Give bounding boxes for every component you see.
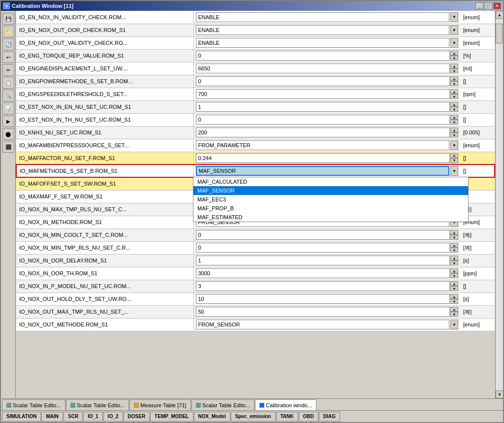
spinner-up-button[interactable]: ▲: [450, 307, 458, 312]
row-value-cell[interactable]: ENABLE▼: [193, 11, 460, 24]
dropdown-arrow-icon[interactable]: ▼: [450, 12, 458, 22]
row-value-cell[interactable]: 1▲▼: [193, 100, 460, 113]
row-value-cell[interactable]: 10▲▼: [193, 293, 460, 305]
spinner-input[interactable]: 3: [196, 281, 450, 291]
row-value-cell[interactable]: 700▲▼: [193, 88, 460, 100]
spinner-input[interactable]: 200: [196, 128, 450, 137]
dropdown-arrow-icon[interactable]: ▼: [450, 25, 458, 35]
spinner-up-button[interactable]: ▲: [450, 268, 458, 273]
spinner-down-button[interactable]: ▼: [450, 312, 458, 317]
tab-scalar-2[interactable]: Scalar Table Edito...: [66, 399, 129, 410]
toolbar-refresh-btn[interactable]: 🔄: [2, 38, 14, 50]
row-value-cell[interactable]: 0▲▼: [193, 113, 460, 126]
spinner-up-button[interactable]: ▲: [450, 153, 458, 158]
row-value-cell[interactable]: 0▲▼: [193, 75, 460, 88]
spinner-up-button[interactable]: ▲: [450, 64, 458, 68]
spinner-down-button[interactable]: ▼: [450, 248, 458, 253]
dropdown-arrow-icon[interactable]: ▼: [450, 140, 458, 150]
toolbar-edit-btn[interactable]: ✏: [2, 64, 14, 76]
row-value-cell[interactable]: 0▲▼: [193, 241, 460, 254]
scroll-track[interactable]: [496, 19, 503, 390]
tab-measure[interactable]: Measure Table [71]: [129, 399, 190, 410]
dropdown-option-maf-sensor[interactable]: MAF_SENSOR: [193, 186, 468, 195]
nav-nox-model[interactable]: NOX_Model: [194, 412, 230, 422]
spinner-up-button[interactable]: ▲: [450, 256, 458, 260]
spinner-input[interactable]: 700: [196, 89, 450, 99]
toolbar-save-btn[interactable]: 💾: [2, 13, 14, 25]
tab-calibration[interactable]: Calibration windo...: [255, 399, 316, 410]
nav-tank[interactable]: TANK: [276, 412, 298, 422]
spinner-down-button[interactable]: ▼: [450, 260, 458, 265]
spinner-input[interactable]: 50: [196, 307, 450, 317]
spinner-up-button[interactable]: ▲: [450, 89, 458, 94]
spinner-input[interactable]: 0: [196, 76, 450, 86]
toolbar-chart-btn[interactable]: 📊: [2, 102, 14, 114]
spinner-down-button[interactable]: ▼: [450, 132, 458, 137]
spinner-up-button[interactable]: ▲: [450, 51, 458, 56]
dropdown-option-maf-estimated[interactable]: MAF_ESTIMATED: [193, 213, 468, 222]
row-value-cell[interactable]: ENABLE▼: [193, 24, 460, 36]
row-value-cell[interactable]: FROM_SENSOR▼: [193, 318, 460, 331]
dropdown-value-open[interactable]: MAF_SENSOR: [196, 166, 450, 176]
spinner-down-button[interactable]: ▼: [450, 273, 458, 278]
tab-scalar-1[interactable]: Scalar Table Edito...: [2, 399, 65, 410]
spinner-input[interactable]: 10: [196, 294, 450, 304]
spinner-down-button[interactable]: ▼: [450, 286, 458, 291]
dropdown-option-maf-prop-b[interactable]: MAF_PROP_B: [193, 204, 468, 213]
nav-scr[interactable]: SCR: [63, 412, 83, 422]
dropdown-arrow-icon[interactable]: ▼: [450, 38, 458, 48]
dropdown-option-maf-calculated[interactable]: MAF_CALCULATED: [193, 177, 468, 186]
spinner-up-button[interactable]: ▲: [450, 230, 458, 235]
dropdown-arrow-icon[interactable]: ▼: [450, 320, 458, 329]
row-value-cell[interactable]: ENABLE▼: [193, 36, 460, 49]
row-value-cell[interactable]: 0▲▼: [193, 49, 460, 62]
spinner-down-button[interactable]: ▼: [450, 56, 458, 61]
toolbar-stop-btn[interactable]: ⬛: [2, 141, 14, 153]
dropdown-value[interactable]: FROM_SENSOR: [196, 320, 450, 329]
nav-temp-model[interactable]: TEMP_MODEL: [150, 412, 193, 422]
spinner-input[interactable]: 0: [196, 115, 450, 125]
maximize-button[interactable]: □: [484, 2, 492, 9]
toolbar-copy-btn[interactable]: 📋: [2, 77, 14, 89]
spinner-up-button[interactable]: ▲: [450, 128, 458, 132]
toolbar-open-btn[interactable]: 📁: [2, 26, 14, 37]
spinner-down-button[interactable]: ▼: [450, 235, 458, 240]
scroll-down-button[interactable]: ▼: [496, 390, 503, 398]
spinner-down-button[interactable]: ▼: [450, 81, 458, 86]
spinner-down-button[interactable]: ▼: [450, 94, 458, 99]
spinner-input[interactable]: 0: [196, 51, 450, 61]
tab-scalar-3[interactable]: Scalar Table Edito...: [191, 399, 255, 410]
toolbar-play-btn[interactable]: ▶: [2, 115, 14, 127]
spinner-down-button[interactable]: ▼: [450, 299, 458, 304]
nav-obd[interactable]: OBD: [299, 412, 318, 422]
dropdown-value[interactable]: ENABLE: [196, 25, 450, 35]
spinner-up-button[interactable]: ▲: [450, 76, 458, 81]
spinner-input[interactable]: 0: [196, 243, 450, 253]
nav-diag[interactable]: DIAG: [319, 412, 340, 422]
dropdown-option-maf-eec3[interactable]: MAF_EEC3: [193, 195, 468, 204]
spinner-down-button[interactable]: ▼: [450, 68, 458, 73]
spinner-input[interactable]: 6650: [196, 64, 450, 73]
row-value-cell[interactable]: 0▲▼: [193, 228, 460, 241]
spinner-input[interactable]: 1: [196, 256, 450, 265]
spinner-input[interactable]: 0: [196, 230, 450, 240]
dropdown-value[interactable]: ENABLE: [196, 12, 450, 22]
dropdown-value[interactable]: ENABLE: [196, 38, 450, 48]
spinner-up-button[interactable]: ▲: [450, 294, 458, 299]
nav-doser[interactable]: DOSER: [124, 412, 150, 422]
row-value-cell[interactable]: 1▲▼: [193, 254, 460, 267]
toolbar-record-btn[interactable]: ⬤: [2, 128, 14, 140]
spinner-up-button[interactable]: ▲: [450, 243, 458, 248]
row-value-cell[interactable]: 200▲▼: [193, 126, 460, 139]
nav-main[interactable]: MAIN: [41, 412, 63, 422]
spinner-up-button[interactable]: ▲: [450, 102, 458, 107]
row-value-cell[interactable]: 6650▲▼: [193, 62, 460, 75]
minimize-button[interactable]: _: [475, 2, 483, 9]
spinner-input[interactable]: 3000: [196, 268, 450, 278]
spinner-input[interactable]: 0.244: [196, 153, 450, 163]
spinner-down-button[interactable]: ▼: [450, 158, 458, 163]
row-value-cell[interactable]: 3000▲▼: [193, 267, 460, 280]
scroll-up-button[interactable]: ▲: [496, 11, 503, 19]
close-button[interactable]: ✕: [493, 2, 501, 9]
spinner-down-button[interactable]: ▼: [450, 120, 458, 125]
